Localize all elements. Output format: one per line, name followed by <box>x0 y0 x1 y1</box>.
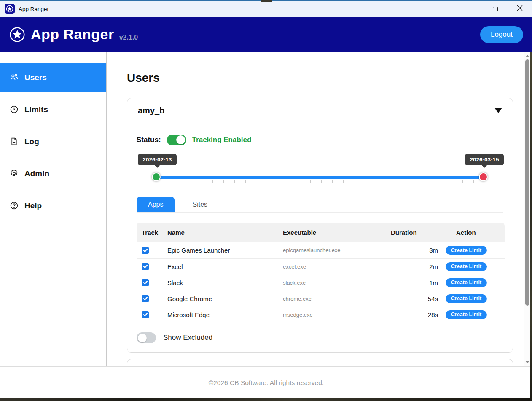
toggle-knob <box>176 135 185 144</box>
close-button[interactable] <box>508 1 532 17</box>
toggle-knob <box>138 334 147 342</box>
username: amy_b <box>138 106 164 116</box>
minimize-button[interactable] <box>459 1 483 17</box>
executable-cell: chrome.exe <box>278 291 379 307</box>
create-limit-button[interactable]: Create Limit <box>446 262 487 271</box>
track-checkbox[interactable] <box>142 263 149 270</box>
window-title: App Ranger <box>19 6 49 12</box>
create-limit-button[interactable]: Create Limit <box>446 294 487 303</box>
scroll-up-button[interactable] <box>525 54 530 59</box>
chevron-down-icon <box>494 108 502 113</box>
table-row: Slackslack.exe1mCreate Limit <box>137 275 505 291</box>
slider-tick <box>430 180 430 183</box>
slider-tick <box>462 180 463 183</box>
slider-tick <box>332 180 333 183</box>
duration-cell: 3m <box>379 242 441 258</box>
app-header: App Ranger v2.1.0 Logout <box>0 17 532 52</box>
tab-sites[interactable]: Sites <box>181 197 219 212</box>
duration-cell: 1m <box>379 275 441 291</box>
duration-cell: 28s <box>379 307 441 323</box>
next-user-panel-partial[interactable] <box>127 359 513 366</box>
slider-tick <box>202 180 202 183</box>
users-icon <box>10 73 19 82</box>
maximize-button[interactable] <box>483 1 508 17</box>
slider-tick <box>289 180 289 183</box>
end-date-tooltip: 2026-03-15 <box>465 154 504 165</box>
show-excluded-toggle[interactable] <box>137 332 156 343</box>
body-row: UsersLimitsLogAdminHelp Users amy_b Stat… <box>0 52 532 366</box>
executable-cell: msedge.exe <box>278 307 379 323</box>
app-name-cell: Epic Games Launcher <box>162 242 278 258</box>
close-icon <box>517 5 523 13</box>
slider-tick <box>441 180 441 183</box>
sidebar-item-label: Log <box>24 137 39 146</box>
slider-start-handle[interactable] <box>152 172 161 181</box>
table-row: Microsoft Edgemsedge.exe28sCreate Limit <box>137 307 505 323</box>
slider-tick <box>398 180 398 183</box>
tabs: AppsSites <box>137 197 503 213</box>
scrollbar[interactable] <box>524 52 530 366</box>
slider-tick <box>223 180 224 183</box>
table-row: Google Chromechrome.exe54sCreate Limit <box>137 291 505 307</box>
slider-end-handle[interactable] <box>479 172 488 181</box>
status-toggle[interactable] <box>167 135 186 145</box>
status-value: Tracking Enabled <box>192 136 252 144</box>
logout-button[interactable]: Logout <box>480 26 523 43</box>
app-icon <box>5 4 15 14</box>
slider-tick <box>310 180 311 183</box>
slider-tick <box>300 180 300 183</box>
track-checkbox[interactable] <box>142 295 149 302</box>
help-icon <box>10 201 19 210</box>
track-checkbox[interactable] <box>142 311 149 318</box>
sidebar: UsersLimitsLogAdminHelp <box>0 52 107 366</box>
column-header-action: Action <box>441 223 505 242</box>
desktop-background-strip <box>0 398 532 401</box>
minimize-icon <box>468 9 473 9</box>
sidebar-item-label: Admin <box>24 169 49 178</box>
column-header-executable: Executable <box>278 223 379 242</box>
main-content: Users amy_b Status: Tracking Enabled 202… <box>107 52 532 366</box>
sidebar-item-log[interactable]: Log <box>0 127 106 156</box>
desktop-artifact <box>261 0 272 2</box>
scroll-down-button[interactable] <box>525 360 530 365</box>
track-checkbox[interactable] <box>142 279 149 286</box>
sidebar-item-help[interactable]: Help <box>0 191 106 220</box>
document-icon <box>10 137 19 146</box>
page-title: Users <box>127 71 513 85</box>
slider-tick <box>267 180 267 183</box>
slider-track[interactable] <box>155 176 486 179</box>
slider-tick <box>180 180 180 183</box>
status-label: Status: <box>137 136 161 144</box>
create-limit-button[interactable]: Create Limit <box>446 278 487 287</box>
gear-icon <box>10 169 19 178</box>
create-limit-button[interactable]: Create Limit <box>446 246 487 255</box>
user-panel-body: Status: Tracking Enabled 2026-02-13 2026… <box>127 123 513 352</box>
user-dropdown-header[interactable]: amy_b <box>127 98 513 123</box>
titlebar: App Ranger <box>0 0 532 17</box>
desktop-right-edge <box>530 52 532 401</box>
slider-tick <box>376 180 376 183</box>
sidebar-item-label: Users <box>24 73 47 82</box>
sidebar-item-limits[interactable]: Limits <box>0 95 106 124</box>
user-panel: amy_b Status: Tracking Enabled 2026-02-1… <box>127 98 513 353</box>
slider-tick <box>212 180 213 183</box>
scrollbar-thumb[interactable] <box>525 59 529 306</box>
slider-tick <box>408 180 408 183</box>
track-checkbox[interactable] <box>142 247 149 254</box>
sidebar-item-users[interactable]: Users <box>0 63 106 92</box>
clock-icon <box>10 105 19 114</box>
sidebar-item-admin[interactable]: Admin <box>0 159 106 188</box>
create-limit-button[interactable]: Create Limit <box>446 310 487 319</box>
tab-apps[interactable]: Apps <box>137 197 175 212</box>
executable-cell: epicgameslauncher.exe <box>278 242 379 258</box>
column-header-duration: Duration <box>379 223 441 242</box>
maximize-icon <box>493 7 498 11</box>
slider-tick <box>256 180 256 183</box>
slider-tick <box>473 180 474 183</box>
table-row: Excelexcel.exe2mCreate Limit <box>137 258 505 275</box>
duration-cell: 54s <box>379 291 441 307</box>
executable-cell: slack.exe <box>278 275 379 291</box>
app-window: App Ranger App Ranger v2.1.0 Logout User… <box>0 0 532 401</box>
sidebar-item-label: Limits <box>24 105 48 114</box>
show-excluded-label: Show Excluded <box>163 334 212 342</box>
